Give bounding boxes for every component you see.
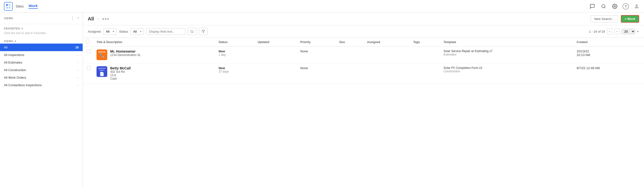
row2-checkbox[interactable] [87,66,91,70]
sidebar-item-all-label: All [4,45,7,49]
row1-updated-cell [255,46,298,63]
views-label[interactable]: VIEWS ▼ [0,38,83,44]
svg-line-9 [193,32,194,33]
sidebar-more-icon[interactable]: ⋮ [70,15,74,21]
sidebar: VIEWS ⋮ ‹ FAVORITES ▼ Click the star to … [0,13,83,187]
sidebar-item-construction-dash: -- [76,68,79,72]
svg-point-6 [614,5,616,7]
sidebar-header-actions: ⋮ ‹ [70,15,79,21]
search-button[interactable] [188,28,196,35]
row2-status-days: 37 days [219,70,252,73]
sidebar-item-construction[interactable]: All Construction -- [0,66,83,74]
row2-title-cell: CompletionReport 📄 Betty McCall 402 Sol … [94,63,216,84]
row2-status-cell: New 37 days [216,63,255,84]
work-nav[interactable]: Work [28,4,38,9]
sidebar-item-contactless[interactable]: All Contactless Inspections -- [0,81,83,89]
sidebar-collapse-icon[interactable]: ‹ [78,15,79,21]
status-select-wrapper[interactable]: All ▼ [130,28,144,35]
row1-template-cell: Solar Service Repair w/ Estimating v7 Es… [441,46,574,63]
row2-created-cell: 9/7/22 12:49 AM [574,63,644,84]
row1-name[interactable]: Mr. Homeowner [110,49,141,53]
work-table-container: Title & Description Status Updated Prior… [83,38,644,187]
assigned-select-wrapper[interactable]: All ▼ [103,28,116,35]
row1-checkbox-cell [83,46,94,63]
row1-icon: REPAIR 🔧 [96,49,107,60]
table-row[interactable]: CompletionReport 📄 Betty McCall 402 Sol … [83,63,644,84]
main-title: All [88,16,94,22]
add-work-button[interactable]: + Work [621,15,639,23]
search-icon[interactable] [600,3,607,10]
row2-address2: 13.8 [110,74,131,77]
svg-point-7 [636,4,638,6]
row2-assigned-cell [364,63,410,84]
row1-created-cell: 10/13/2210:13 AM [574,46,644,63]
sidebar-favorites-section: FAVORITES ▼ [0,24,83,31]
status-select[interactable]: All [130,28,144,35]
row2-tags-cell [410,63,440,84]
app-logo[interactable] [4,2,13,11]
row1-tags-cell [410,46,440,63]
row2-icon-label: CompletionReport [98,67,106,71]
th-tags: Tags [410,38,440,46]
sidebar-item-inspections[interactable]: All Inspections -- [0,51,83,59]
more-options-dots[interactable] [102,18,109,20]
sites-nav[interactable]: Sites [16,4,24,8]
row1-status-cell: New 1 day [216,46,255,63]
toolbar-right: New Search... + Work [590,15,639,23]
row1-title-info: Mr. Homeowner 1234 Demonstration St. [110,49,141,57]
new-search-button[interactable]: New Search... [590,15,618,22]
sidebar-item-estimates[interactable]: All Estimates -- [0,59,83,66]
row2-template-type: Construction [444,70,571,73]
user-icon[interactable] [633,3,640,10]
settings-icon[interactable] [611,3,618,10]
chat-icon[interactable] [589,3,596,10]
table-row[interactable]: REPAIR 🔧 Mr. Homeowner 1234 Demonstratio… [83,46,644,63]
favorites-label[interactable]: FAVORITES ▼ [4,27,79,30]
assigned-select[interactable]: All [103,28,116,35]
views-arrow-icon: ▼ [14,40,16,43]
th-status: Status [216,38,255,46]
main-toolbar: All ☆ New Search... + Work [83,13,644,25]
prev-page-button[interactable]: ‹ [607,28,612,34]
th-due: Due [336,38,364,46]
th-template: Template [441,38,574,46]
row2-status: New [219,66,252,70]
row1-template-name: Solar Service Repair w/ Estimating v7 [444,49,571,53]
display-field-input[interactable] [146,28,185,35]
per-page-select[interactable]: 20 50 100 [622,29,635,34]
th-assigned: Assigned [364,38,410,46]
svg-rect-3 [9,7,10,8]
row2-name[interactable]: Betty McCall [110,66,131,70]
pagination: 1 - 16 of 16 ‹ › 20 50 100 ▼ [589,28,639,34]
select-all-checkbox[interactable] [86,40,90,44]
top-nav-icons: ? [589,3,640,10]
per-page-arrow-icon: ▼ [637,30,639,33]
th-updated: Updated [255,38,298,46]
row1-priority-cell: None [298,46,336,63]
sidebar-item-workorders[interactable]: All Work Orders -- [0,74,83,81]
sidebar-item-all[interactable]: All 16 [0,44,83,51]
help-icon[interactable]: ? [622,3,629,9]
row2-icon: CompletionReport 📄 [96,66,107,77]
svg-point-4 [602,4,605,7]
per-page-select-wrapper[interactable]: 20 50 100 ▼ [622,29,639,34]
row1-status: New [219,49,252,53]
row1-icon-symbol: 🔧 [99,53,104,58]
table-header-row: Title & Description Status Updated Prior… [83,38,644,46]
row1-checkbox[interactable] [87,49,91,53]
row1-address: 1234 Demonstration St. [110,53,141,57]
pagination-text: 1 - 16 of 16 [589,30,605,33]
sidebar-item-contactless-label: All Contactless Inspections [4,83,42,87]
sidebar-item-contactless-dash: -- [76,83,79,87]
sidebar-item-estimates-label: All Estimates [4,61,22,64]
row2-title-info: Betty McCall 402 Sol Rd 13.8 Cash [110,66,131,80]
row1-template-type: Estimates [444,53,571,56]
filters-row: Assigned All ▼ Status All ▼ [83,25,644,38]
row2-due-cell [336,63,364,84]
next-page-button[interactable]: › [614,28,620,34]
status-label: Status [119,30,128,33]
row2-address3: Cash [110,77,131,80]
app-layout: VIEWS ⋮ ‹ FAVORITES ▼ Click the star to … [0,13,644,187]
filter-button[interactable] [199,28,208,35]
favorite-star-icon[interactable]: ☆ [96,16,100,21]
